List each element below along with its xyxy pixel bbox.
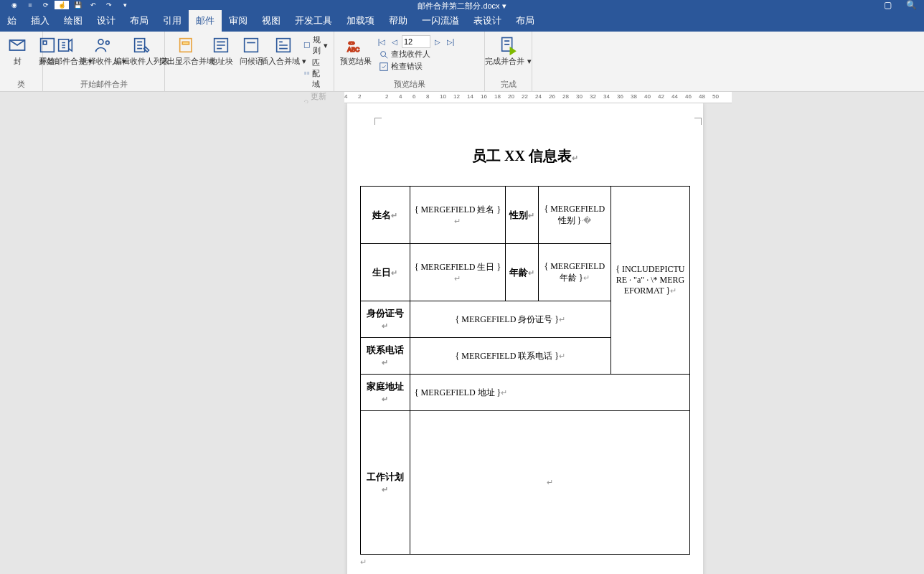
preview-icon: «»ABC	[346, 35, 366, 55]
ruler-tick: 2	[358, 93, 361, 100]
match-fields-button[interactable]: 匹配域	[301, 57, 331, 90]
document-area[interactable]: 员工 XX 信息表↵ 姓名↵ { MERGEFIELD 姓名 }↵ 性别↵ { …	[0, 103, 924, 574]
svg-text:«»: «»	[349, 40, 356, 47]
tab-developer[interactable]: 开发工具	[288, 10, 339, 32]
cell-gender-field[interactable]: { MERGEFIELD 性别 }·�	[538, 187, 610, 244]
qat-customize-icon[interactable]: ▾	[118, 1, 132, 9]
cell-phone-field[interactable]: { MERGEFIELD 联系电话 }↵	[410, 338, 610, 375]
qat-autosave-icon[interactable]: ◉	[7, 1, 22, 9]
paragraph-mark: ↵	[360, 557, 690, 567]
qat-sync-icon[interactable]: ⟳	[39, 1, 53, 9]
cell-photo-field[interactable]: { INCLUDEPICTURE · "a" · \* MERGEFORMAT …	[610, 187, 689, 375]
next-record-button[interactable]: ▷	[432, 35, 443, 48]
rules-label: 规则	[313, 34, 324, 56]
undo-icon[interactable]: ↶	[86, 1, 100, 9]
highlight-merge-fields-button[interactable]: 突出显示合并域	[168, 34, 205, 67]
ruler-tick: 44	[671, 93, 678, 100]
search-icon[interactable]: 🔍	[906, 0, 917, 10]
table-row[interactable]: 工作计划↵ ↵	[361, 411, 690, 555]
ruler-tick: 22	[522, 93, 528, 100]
qat-touch-icon[interactable]: ☝	[55, 1, 69, 9]
cell-address-label[interactable]: 家庭地址↵	[361, 375, 410, 411]
find-recipient-button[interactable]: 查找收件人	[376, 48, 456, 60]
finish-merge-button[interactable]: 完成并合并 ▾	[488, 34, 529, 67]
highlight-label: 突出显示合并域	[159, 57, 214, 66]
margin-corner-tr	[694, 118, 702, 125]
check-errors-label: 检查错误	[391, 61, 423, 72]
document-title: 邮件合并第二部分.docx ▾	[418, 1, 506, 11]
tab-table-layout[interactable]: 布局	[509, 10, 542, 32]
save-icon[interactable]: 💾	[70, 1, 85, 9]
address-label: 地址块	[209, 57, 233, 66]
prev-record-button[interactable]: ◁	[389, 35, 400, 48]
record-number-input[interactable]	[402, 35, 430, 48]
tab-insert[interactable]: 插入	[24, 10, 57, 32]
mail-merge-icon	[55, 35, 75, 55]
ruler-tick: 40	[644, 93, 651, 100]
finish-label: 完成并合并 ▾	[485, 57, 531, 66]
ruler-tick: 20	[508, 93, 514, 100]
cell-birthday-field[interactable]: { MERGEFIELD 生日 }↵	[410, 244, 505, 301]
qat-list-icon[interactable]: ≡	[23, 1, 37, 9]
ruler-tick: 10	[440, 93, 446, 100]
check-errors-button[interactable]: 检查错误	[376, 60, 456, 72]
redo-icon[interactable]: ↷	[102, 1, 116, 9]
ruler-tick: 8	[426, 93, 429, 100]
cell-name-field[interactable]: { MERGEFIELD 姓名 }↵	[410, 187, 505, 244]
cell-id-field[interactable]: { MERGEFIELD 身份证号 }↵	[410, 301, 610, 338]
cell-address-field[interactable]: { MERGEFIELD 地址 }↵	[410, 375, 689, 411]
tab-addins[interactable]: 加载项	[339, 10, 382, 32]
envelope-icon	[7, 35, 27, 55]
svg-point-4	[98, 39, 103, 44]
svg-rect-7	[180, 39, 192, 52]
cell-birthday-label[interactable]: 生日↵	[361, 244, 410, 301]
tab-mailings[interactable]: 邮件	[189, 10, 222, 32]
find-recipient-label: 查找收件人	[391, 49, 430, 60]
address-block-button[interactable]: 地址块	[207, 34, 235, 67]
table-row[interactable]: 家庭地址↵ { MERGEFIELD 地址 }↵	[361, 375, 690, 411]
greeting-icon	[241, 35, 261, 55]
cell-plan-label[interactable]: 工作计划↵	[361, 411, 410, 555]
info-table[interactable]: 姓名↵ { MERGEFIELD 姓名 }↵ 性别↵ { MERGEFIELD …	[360, 186, 690, 555]
envelopes-button[interactable]: 封	[3, 34, 32, 67]
tab-layout[interactable]: 布局	[123, 10, 156, 32]
tab-draw[interactable]: 绘图	[57, 10, 90, 32]
ribbon-display-icon[interactable]: ▢	[884, 0, 892, 10]
cell-age-label[interactable]: 年龄↵	[505, 244, 538, 301]
cell-age-field[interactable]: { MERGEFIELD 年龄 }↵	[538, 244, 610, 301]
edit-recipient-list-button[interactable]: 编辑收件人列表	[122, 34, 161, 67]
preview-results-button[interactable]: «»ABC 预览结果	[337, 34, 374, 67]
tab-references[interactable]: 引用	[156, 10, 189, 32]
tab-design[interactable]: 设计	[90, 10, 123, 32]
cell-gender-label[interactable]: 性别↵	[505, 187, 538, 244]
ruler-tick: 50	[712, 93, 719, 100]
first-record-button[interactable]: |◁	[376, 35, 387, 48]
cell-phone-label[interactable]: 联系电话↵	[361, 338, 410, 375]
tab-review[interactable]: 审阅	[222, 10, 255, 32]
tab-view[interactable]: 视图	[255, 10, 288, 32]
cell-name-label[interactable]: 姓名↵	[361, 187, 410, 244]
ruler-tick: 38	[631, 93, 637, 100]
rules-button[interactable]: 规则 ▾	[301, 34, 331, 57]
table-row[interactable]: 姓名↵ { MERGEFIELD 姓名 }↵ 性别↵ { MERGEFIELD …	[361, 187, 690, 244]
ruler-tick: 36	[617, 93, 623, 100]
tab-flash[interactable]: 一闪流溢	[415, 10, 466, 32]
tab-table-design[interactable]: 表设计	[466, 10, 509, 32]
insert-merge-field-button[interactable]: 插入合并域 ▾	[267, 34, 299, 67]
svg-rect-16	[380, 62, 388, 70]
ruler-tick: 4	[344, 93, 347, 100]
cell-id-label[interactable]: 身份证号↵	[361, 301, 410, 338]
group-preview-label: 预览结果	[334, 77, 484, 91]
svg-rect-12	[304, 42, 309, 47]
document-heading[interactable]: 员工 XX 信息表↵	[360, 146, 690, 166]
last-record-button[interactable]: ▷|	[445, 35, 456, 48]
match-label: 匹配域	[312, 57, 328, 90]
svg-text:ABC: ABC	[347, 47, 359, 53]
ruler-tick: 28	[562, 93, 569, 100]
tab-start[interactable]: 始	[0, 10, 24, 32]
cell-plan-field[interactable]: ↵	[410, 411, 689, 555]
horizontal-ruler[interactable]: 4224681012141618202224262830323436384042…	[344, 92, 732, 103]
start-mail-merge-button[interactable]: 开始邮件合并 ▾	[46, 34, 85, 67]
tab-help[interactable]: 帮助	[382, 10, 415, 32]
ruler-tick: 42	[658, 93, 664, 100]
